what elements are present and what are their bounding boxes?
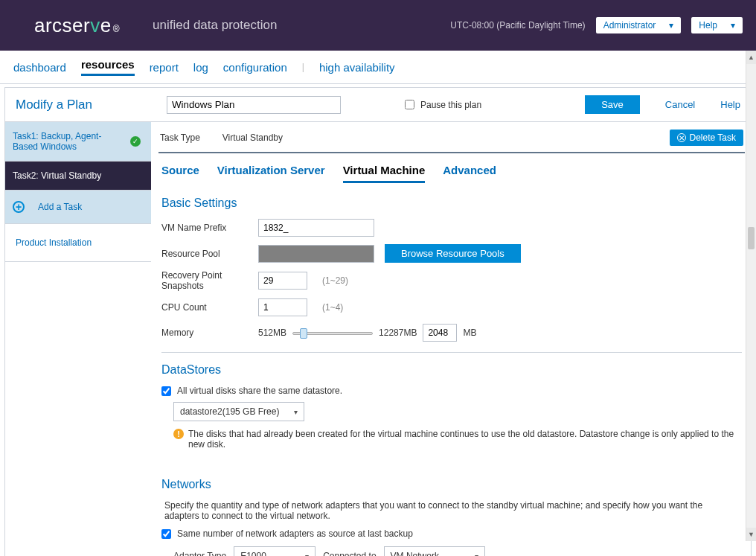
memory-unit: MB [463, 327, 476, 338]
same-adapters-checkbox[interactable] [161, 529, 171, 539]
datastore-select[interactable]: datastore2(195 GB Free) ▾ [173, 402, 304, 421]
memory-slider[interactable] [292, 328, 373, 337]
warning-icon: ! [173, 429, 184, 439]
task-sidebar: Task1: Backup, Agent-Based Windows ✓ Tas… [5, 122, 151, 556]
sidebar-product-installation[interactable]: Product Installation [5, 224, 151, 262]
plus-icon: + [13, 201, 25, 213]
administrator-menu[interactable]: Administrator▾ [596, 17, 682, 33]
scroll-thumb[interactable] [748, 227, 755, 249]
networks-title: Networks [161, 478, 742, 491]
same-adapters-label: Same number of network adapters as sourc… [177, 528, 413, 539]
app-header: arcserve® unified data protection UTC-08… [0, 0, 756, 51]
cpu-count-label: CPU Count [161, 302, 258, 313]
sidebar-task2[interactable]: Task2: Virtual Standby [5, 162, 151, 191]
nav-log[interactable]: log [193, 61, 208, 74]
vm-prefix-label: VM Name Prefix [161, 223, 258, 233]
tab-advanced[interactable]: Advanced [443, 164, 496, 183]
share-datastore-checkbox[interactable] [161, 386, 171, 396]
add-task-button[interactable]: + Add a Task [5, 191, 151, 224]
plan-panel: Modify a Plan Pause this plan Save Cance… [4, 87, 752, 556]
nav-high-availability[interactable]: high availability [319, 61, 395, 74]
connected-to-label: Connected to [323, 551, 376, 556]
scroll-down-icon[interactable]: ▼ [746, 528, 756, 541]
cpu-count-input[interactable] [258, 298, 307, 316]
datastore-warning: The disks that had already been created … [188, 429, 742, 450]
task-subtabs: Source Virtualization Server Virtual Mac… [161, 164, 745, 183]
page-title: Modify a Plan [16, 98, 92, 112]
browse-resource-pools-button[interactable]: Browse Resource Pools [385, 244, 521, 263]
registered-icon: ® [113, 24, 120, 34]
connected-to-select[interactable]: VM Network ▾ [384, 546, 485, 556]
caret-down-icon: ▾ [669, 20, 673, 31]
tab-source[interactable]: Source [161, 164, 199, 183]
pause-plan-label: Pause this plan [420, 100, 481, 110]
cancel-button[interactable]: Cancel [665, 99, 695, 110]
memory-input[interactable] [423, 324, 457, 342]
vertical-scrollbar[interactable]: ▲ ▼ [746, 51, 756, 541]
plan-name-input[interactable] [167, 96, 341, 114]
task-content: Task Type Virtual Standby ✕ Delete Task … [151, 122, 751, 556]
save-button[interactable]: Save [585, 95, 640, 114]
scroll-up-icon[interactable]: ▲ [746, 51, 756, 64]
sidebar-task1[interactable]: Task1: Backup, Agent-Based Windows ✓ [5, 122, 151, 162]
resource-pool-input [258, 245, 374, 263]
memory-max: 12287MB [379, 327, 417, 338]
nav-report[interactable]: report [150, 61, 179, 74]
basic-settings-title: Basic Settings [161, 196, 742, 210]
task-type-value: Virtual Standby [222, 132, 283, 143]
help-link[interactable]: Help [720, 99, 740, 110]
adapter-type-select[interactable]: E1000 ▾ [234, 546, 315, 556]
caret-down-icon: ▾ [731, 20, 735, 31]
snapshots-hint: (1~29) [322, 275, 348, 286]
vm-prefix-input[interactable] [258, 219, 374, 237]
caret-down-icon: ▾ [294, 408, 298, 416]
help-menu[interactable]: Help▾ [691, 17, 743, 33]
delete-icon: ✕ [677, 133, 686, 142]
memory-label: Memory [161, 327, 258, 338]
task-type-label: Task Type [160, 132, 200, 143]
nav-resources[interactable]: resources [81, 58, 135, 76]
adapter-type-label: Adapter Type [173, 551, 226, 556]
tab-virtual-machine[interactable]: Virtual Machine [343, 164, 426, 183]
tagline: unified data protection [153, 18, 277, 33]
caret-down-icon: ▾ [305, 552, 309, 557]
networks-description: Specify the quantity and type of network… [164, 500, 739, 521]
check-icon: ✓ [130, 136, 141, 147]
snapshots-label: Recovery Point Snapshots [161, 270, 258, 291]
memory-min: 512MB [258, 327, 286, 338]
logo: arcserve® [34, 14, 120, 37]
caret-down-icon: ▾ [475, 552, 478, 557]
nav-dashboard[interactable]: dashboard [13, 61, 66, 74]
top-nav: dashboard resources report log configura… [0, 51, 756, 84]
timezone: UTC-08:00 (Pacific Daylight Time) [450, 20, 585, 31]
cpu-count-hint: (1~4) [322, 302, 343, 313]
nav-separator: | [302, 62, 304, 72]
datastores-title: DataStores [161, 363, 742, 377]
tab-virtualization-server[interactable]: Virtualization Server [217, 164, 325, 183]
resource-pool-label: Resource Pool [161, 249, 258, 259]
snapshots-input[interactable] [258, 272, 307, 290]
pause-plan-checkbox[interactable] [405, 100, 414, 109]
delete-task-button[interactable]: ✕ Delete Task [670, 130, 743, 146]
share-datastore-label: All virtual disks share the same datasto… [177, 386, 342, 396]
plan-header: Modify a Plan Pause this plan Save Cance… [5, 88, 751, 122]
nav-configuration[interactable]: configuration [223, 61, 287, 74]
